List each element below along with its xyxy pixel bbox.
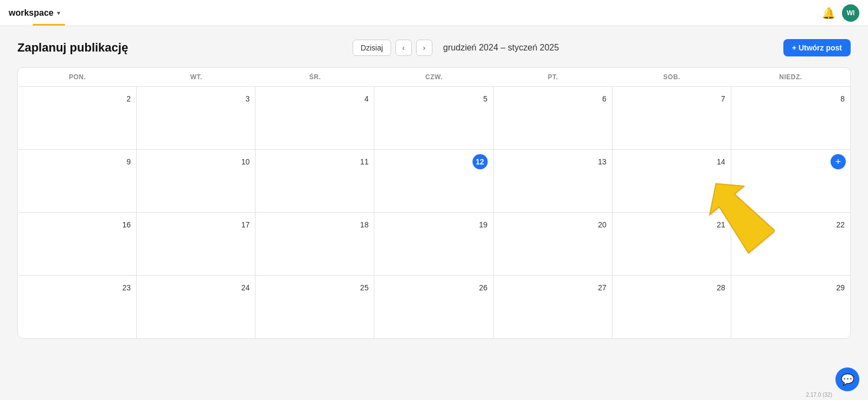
calendar-cell[interactable]: 22 — [731, 213, 850, 275]
calendar-row: 23 24 25 26 27 28 29 — [18, 276, 850, 338]
day-header-wed: ŚR. — [256, 68, 374, 86]
calendar-cell[interactable]: 10 — [137, 150, 256, 212]
topnav-right: 🔔 WI — [822, 4, 859, 22]
date-number: 13 — [591, 154, 607, 169]
workspace-label[interactable]: workspace — [9, 8, 54, 18]
calendar-cell-15[interactable]: 15 + — [731, 150, 850, 212]
next-arrow-button[interactable]: › — [416, 40, 432, 56]
day-header-tue: WT. — [137, 68, 256, 86]
date-number: 6 — [591, 91, 607, 106]
date-number: 8 — [829, 91, 845, 106]
calendar-header: Zaplanuj publikację Dzisiaj ‹ › grudzień… — [17, 39, 851, 56]
date-number: 21 — [710, 217, 725, 232]
calendar-nav: Dzisiaj ‹ › grudzień 2024 – styczeń 2025 — [353, 40, 559, 56]
page-title: Zaplanuj publikację — [17, 41, 128, 55]
calendar-cell[interactable]: 17 — [137, 213, 256, 275]
bell-icon[interactable]: 🔔 — [822, 7, 835, 20]
date-number: 28 — [710, 280, 725, 295]
date-number: 14 — [710, 154, 725, 169]
date-number: 24 — [234, 280, 250, 295]
tab-indicator — [33, 24, 65, 26]
date-number: 7 — [710, 91, 725, 106]
day-header-sun: NIEDZ. — [731, 68, 850, 86]
chat-button[interactable]: 💬 — [835, 367, 859, 391]
calendar-cell[interactable]: 7 — [612, 87, 731, 149]
create-post-button[interactable]: + Utwórz post — [783, 39, 851, 56]
calendar-cell[interactable]: 26 — [374, 276, 493, 338]
calendar-days-header: PON. WT. ŚR. CZW. PT. SOB. NIEDZ. — [18, 68, 850, 87]
day-header-sat: SOB. — [612, 68, 731, 86]
calendar-grid: PON. WT. ŚR. CZW. PT. SOB. NIEDZ. 2 3 4 … — [17, 67, 851, 339]
chevron-down-icon[interactable]: ▾ — [57, 9, 60, 17]
month-range-label: grudzień 2024 – styczeń 2025 — [443, 43, 559, 53]
version-label: 2.17.0 (32) — [806, 392, 832, 398]
calendar-row: 9 10 11 12 13 14 15 + — [18, 150, 850, 213]
calendar-cell-today[interactable]: 12 — [374, 150, 493, 212]
day-header-mon: PON. — [18, 68, 137, 86]
date-number: 27 — [591, 280, 607, 295]
topnav-left: workspace ▾ — [9, 8, 60, 18]
calendar-cell[interactable]: 20 — [494, 213, 612, 275]
calendar-cell[interactable]: 13 — [494, 150, 612, 212]
date-number: 25 — [353, 280, 368, 295]
calendar-cell[interactable]: 18 — [256, 213, 374, 275]
calendar-cell[interactable]: 16 — [18, 213, 137, 275]
calendar-cell[interactable]: 9 — [18, 150, 137, 212]
calendar-cell[interactable]: 4 — [256, 87, 374, 149]
main-content: Zaplanuj publikację Dzisiaj ‹ › grudzień… — [0, 26, 868, 400]
calendar-cell[interactable]: 28 — [612, 276, 731, 338]
date-number: 4 — [353, 91, 368, 106]
date-number: 23 — [116, 280, 131, 295]
calendar-cell[interactable]: 8 — [731, 87, 850, 149]
date-number: 26 — [473, 280, 488, 295]
day-header-thu: CZW. — [374, 68, 493, 86]
date-number: 9 — [116, 154, 131, 169]
date-number: 19 — [473, 217, 488, 232]
date-number: 16 — [116, 217, 131, 232]
calendar-cell[interactable]: 29 — [731, 276, 850, 338]
date-number: 22 — [829, 217, 845, 232]
calendar-cell[interactable]: 21 — [612, 213, 731, 275]
day-header-fri: PT. — [494, 68, 612, 86]
date-number: 29 — [829, 280, 845, 295]
calendar-cell[interactable]: 24 — [137, 276, 256, 338]
date-number: 3 — [234, 91, 250, 106]
date-number: 5 — [473, 91, 488, 106]
cell-add-button[interactable]: + — [831, 154, 846, 169]
date-number: 18 — [353, 217, 368, 232]
calendar-area: PON. WT. ŚR. CZW. PT. SOB. NIEDZ. 2 3 4 … — [17, 67, 851, 339]
calendar-cell[interactable]: 14 — [612, 150, 731, 212]
calendar-cell[interactable]: 11 — [256, 150, 374, 212]
calendar-cell[interactable]: 25 — [256, 276, 374, 338]
calendar-cell[interactable]: 2 — [18, 87, 137, 149]
avatar[interactable]: WI — [842, 4, 859, 22]
topnav: workspace ▾ 🔔 WI — [0, 0, 868, 26]
calendar-cell[interactable]: 6 — [494, 87, 612, 149]
prev-arrow-button[interactable]: ‹ — [395, 40, 412, 56]
calendar-cell[interactable]: 3 — [137, 87, 256, 149]
date-number: 10 — [234, 154, 250, 169]
calendar-cell[interactable]: 5 — [374, 87, 493, 149]
today-button[interactable]: Dzisiaj — [353, 40, 391, 56]
calendar-row: 16 17 18 19 20 21 22 — [18, 213, 850, 276]
calendar-row: 2 3 4 5 6 7 8 — [18, 87, 850, 150]
calendar-cell[interactable]: 23 — [18, 276, 137, 338]
date-number-today: 12 — [473, 154, 488, 169]
date-number: 17 — [234, 217, 250, 232]
date-number: 20 — [591, 217, 607, 232]
calendar-rows: 2 3 4 5 6 7 8 9 10 11 12 13 14 — [18, 87, 850, 338]
date-number: 11 — [353, 154, 368, 169]
calendar-cell[interactable]: 19 — [374, 213, 493, 275]
calendar-cell[interactable]: 27 — [494, 276, 612, 338]
date-number: 2 — [116, 91, 131, 106]
